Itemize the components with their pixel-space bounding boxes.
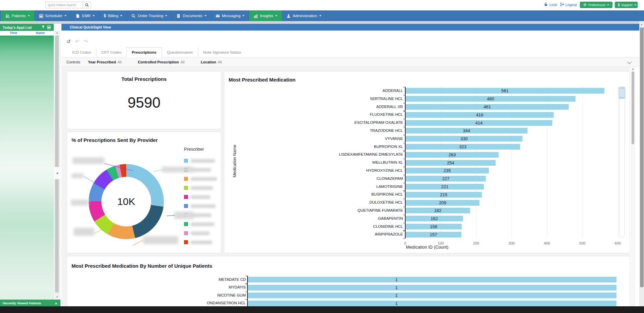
filters: Year PrescribedAllControlled Prescriptio…: [88, 60, 238, 64]
bar[interactable]: 215: [406, 192, 482, 198]
legend-item[interactable]: [184, 186, 213, 190]
filter-location[interactable]: LocationAll: [201, 60, 222, 64]
undo-icon[interactable]: ↶: [75, 39, 80, 45]
page-scroll-thumb[interactable]: [640, 28, 644, 287]
scroll-up-icon[interactable]: ▲: [631, 68, 635, 70]
legend-item[interactable]: [184, 195, 210, 199]
filter-name: Location: [201, 60, 216, 64]
legend-item[interactable]: [184, 222, 214, 226]
x-tick-label: 300: [508, 241, 514, 245]
bar[interactable]: 1: [248, 301, 616, 306]
x-tick-label: 200: [473, 241, 479, 245]
bar-category-label: ESCITALOPRAM OXALATE: [238, 120, 403, 124]
nav-item-messaging[interactable]: Messaging: [211, 10, 249, 21]
provider-percentage-card: % of Prescriptions Sent By Provider 10K …: [67, 132, 221, 253]
info-icon: i: [618, 3, 619, 7]
axis-tick: [245, 276, 247, 276]
redo-icon[interactable]: ↷: [84, 39, 88, 45]
logout-label: Logout: [565, 3, 577, 7]
preferences-button[interactable]: ⚙ Preferences: [580, 2, 612, 8]
bar[interactable]: 330: [406, 136, 522, 142]
column-time[interactable]: Time: [0, 31, 27, 36]
filter-value: All: [181, 60, 185, 64]
bar[interactable]: 182: [406, 208, 470, 213]
recently-viewed-patients-bar[interactable]: Recently Viewed Patients ▲: [0, 300, 60, 306]
bar[interactable]: 209: [406, 200, 479, 206]
bar[interactable]: 227: [406, 176, 486, 181]
bar[interactable]: 157: [406, 232, 461, 238]
nav-item-order-tracking[interactable]: Order Tracking: [127, 10, 172, 21]
filter-controlled-prescription[interactable]: Controlled PrescriptionAll: [138, 60, 184, 64]
bar[interactable]: 1: [248, 293, 616, 298]
bar[interactable]: 158: [406, 224, 462, 229]
axis-tick: [245, 299, 247, 300]
scroll-down-icon[interactable]: ▼: [54, 296, 60, 299]
nav-item-administration[interactable]: Administration: [282, 10, 326, 21]
bar[interactable]: 561: [406, 88, 604, 94]
tab-questionnaires[interactable]: Questionnaires: [162, 48, 198, 57]
controls-bar: Controls Year PrescribedAllControlled Pr…: [61, 57, 639, 67]
bar-category-label: ADDERALL: [238, 89, 403, 93]
tab-prescriptions[interactable]: Prescriptions: [126, 47, 162, 57]
legend-item[interactable]: [184, 204, 216, 208]
unique-patients-card: Most Prescribed Medication By Number of …: [67, 256, 630, 307]
bar[interactable]: 414: [406, 120, 552, 126]
legend-label-blurred: [191, 222, 214, 226]
tab-note-signature-status[interactable]: Note Signature Status: [198, 48, 246, 57]
filter-year-prescribed[interactable]: Year PrescribedAll: [88, 60, 122, 64]
bar[interactable]: 480: [406, 96, 576, 102]
total-prescriptions-value: 9590: [67, 94, 221, 111]
quicksight-toolbar: ↺ ↶ ↷: [66, 38, 167, 45]
bar-category-label: SERTRALINE HCL: [238, 97, 403, 101]
legend-item[interactable]: [184, 177, 217, 181]
bar[interactable]: 221: [406, 184, 484, 190]
nav-item-label: Messaging: [222, 14, 241, 18]
axis-tick: [403, 175, 405, 175]
bar[interactable]: 344: [406, 128, 527, 134]
calendar-icon[interactable]: [47, 25, 51, 30]
chart-scroll-thumb[interactable]: [619, 87, 625, 99]
chart-scroll-slider[interactable]: [619, 86, 625, 237]
nav-item-insights[interactable]: Insights: [249, 10, 282, 21]
bar[interactable]: 1: [248, 285, 616, 291]
sidebar-scroll-thumb[interactable]: [55, 36, 59, 293]
scroll-up-icon[interactable]: ▲: [639, 23, 644, 26]
scroll-up-icon[interactable]: ▲: [54, 32, 60, 34]
support-button[interactable]: i Support: [615, 2, 638, 8]
chevron-down-icon: [607, 4, 609, 6]
nav-item-billing[interactable]: $Billing: [99, 10, 127, 21]
bar[interactable]: 418: [406, 112, 554, 118]
recently-viewed-label: Recently Viewed Patients: [3, 301, 41, 305]
bar-category-label: BUPROPION XL: [238, 145, 403, 149]
reset-icon[interactable]: ↺: [66, 39, 71, 45]
nav-item-documents[interactable]: Documents: [172, 10, 211, 21]
bar[interactable]: 235: [406, 168, 489, 173]
y-axis-title: Medication Name: [232, 139, 237, 183]
callout-label-blurred: [143, 236, 178, 244]
nav-item-scheduler[interactable]: Scheduler: [35, 10, 72, 21]
tab-icd-codes[interactable]: ICD Codes: [67, 48, 96, 57]
bar[interactable]: 263: [406, 152, 499, 158]
nav-item-emr[interactable]: EMR: [71, 10, 99, 21]
lock-link[interactable]: Lock: [544, 2, 557, 7]
nav-item-patients[interactable]: Patients: [1, 10, 35, 21]
legend-item[interactable]: [184, 231, 210, 235]
bar[interactable]: 1: [248, 277, 616, 282]
bar[interactable]: 323: [406, 144, 520, 150]
chevron-down-icon: [634, 4, 636, 6]
column-name[interactable]: Name: [27, 31, 54, 36]
tab-cpt-codes[interactable]: CPT Codes: [96, 48, 126, 57]
legend-item[interactable]: [184, 159, 215, 163]
sidebar-collapse-handle[interactable]: ◄: [54, 167, 60, 179]
card-title: Most Prescribed Medication By Number of …: [72, 263, 212, 269]
bar[interactable]: 162: [406, 216, 463, 221]
bar-category-label: ADDERALL XR: [238, 105, 403, 109]
bar[interactable]: 461: [406, 104, 569, 110]
search-input[interactable]: [45, 2, 83, 8]
search-button[interactable]: [83, 2, 91, 8]
logout-link[interactable]: Logout: [560, 2, 577, 7]
legend-item[interactable]: [184, 240, 212, 244]
dashboard-scroll-thumb[interactable]: [632, 71, 634, 144]
bar[interactable]: 254: [406, 160, 496, 166]
filter-icon[interactable]: [41, 25, 45, 30]
